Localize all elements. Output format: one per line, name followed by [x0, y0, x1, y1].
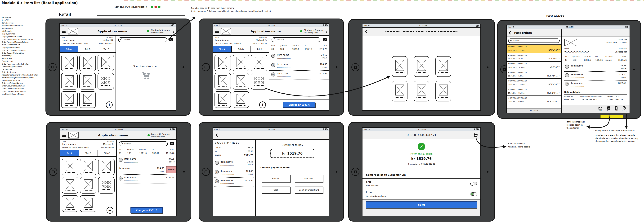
overflow-menu-icon[interactable] [326, 30, 327, 33]
orders-search-input[interactable] [513, 40, 558, 42]
cart-item-row[interactable]: 2 Item namexxxxxxxxxxxxxx 34,5520% off [269, 52, 329, 61]
orders-list-pane: #XXXXXXXXXXXXXXX 28.08.201811:20amNOK 45… [506, 37, 562, 113]
back-icon[interactable] [216, 134, 219, 137]
item-tile[interactable] [80, 195, 96, 212]
pay-ewallet-button[interactable]: eWallet [262, 175, 290, 182]
order-row[interactable]: #XXXXXXXXXXXXXXX 28.08.20189:30amNOK 456… [506, 70, 561, 79]
cart-item-row-swiped[interactable]: Item namexxxxxxxxxxxxxx 124,5520% off De… [117, 165, 176, 175]
tablet-success: iPad 07:39 PM ORDER: #444-4412-21 ✓ Paym… [348, 122, 495, 221]
cart-item-row[interactable]: 100 Item namexxxxxxxxxxxxxx 1222,55 [269, 71, 329, 80]
delete-button[interactable]: Delete [166, 166, 176, 173]
overflow-menu-icon[interactable] [173, 30, 174, 33]
item-tile[interactable] [392, 56, 408, 77]
tab-a[interactable]: Tab A [60, 150, 79, 156]
camera-scan-button[interactable] [170, 142, 174, 146]
orders-search-field[interactable] [508, 39, 560, 43]
item-tile[interactable] [436, 81, 451, 101]
tab-c[interactable]: Tab C [98, 150, 116, 156]
item-tile[interactable] [80, 73, 96, 89]
tab-a[interactable]: Tab A [213, 46, 232, 52]
item-tile[interactable] [61, 55, 78, 71]
send-button[interactable]: Send [366, 201, 477, 208]
cart-item-row[interactable]: 100 Item namexxxxxxxxxxxxxx 1222,55 [117, 175, 176, 184]
item-tile[interactable] [98, 159, 114, 175]
search-field[interactable] [118, 37, 167, 42]
cart-item-row[interactable]: 2 Item namexxxxxxxxxxxxxx 34,5520% off [117, 156, 176, 165]
item-tile[interactable] [233, 73, 249, 89]
tab-b[interactable]: Tab B [232, 46, 250, 52]
item-tile[interactable] [414, 81, 429, 101]
item-tile[interactable] [233, 91, 249, 108]
back-icon[interactable] [365, 30, 368, 33]
send-via-label: Send receipt to Customer via [366, 173, 406, 176]
cart-item-row[interactable]: 1 Item namexxxxxxxxxxxxxx 124,5520% off [269, 61, 329, 71]
home-button[interactable] [352, 168, 360, 176]
order-row[interactable]: #XXXXXXXXXXXXXXX 28.08.201810:20amNOK 45… [506, 53, 561, 62]
item-tile[interactable] [214, 55, 231, 71]
item-tile[interactable] [214, 91, 231, 108]
item-tile[interactable] [98, 55, 114, 71]
camera-scan-button[interactable] [169, 38, 174, 42]
print-receipt-button[interactable]: Print [607, 106, 610, 112]
item-group-tile[interactable] [98, 177, 114, 193]
email-toggle[interactable] [470, 192, 477, 196]
status-time: 07:39 PM [222, 25, 322, 26]
menu-icon[interactable] [62, 134, 66, 137]
item-group-tile[interactable] [251, 73, 267, 89]
pay-giftcard-button[interactable]: Gift card [295, 175, 323, 182]
feature-item: CancelOrder [2, 68, 44, 71]
order-row-selected[interactable]: #XXXXXXXXXXXXXXX 28.08.201811:20amNOK 45… [506, 45, 561, 53]
item-tile[interactable] [214, 73, 231, 89]
item-tile[interactable] [80, 91, 96, 108]
item-tile[interactable] [62, 159, 78, 175]
sms-toggle[interactable] [470, 182, 477, 185]
camera-scan-button[interactable] [322, 38, 327, 42]
tab-c[interactable]: Tab C [97, 46, 116, 52]
order-row[interactable]: #XXXXXXXXXXXXXXX 27.08.201810:00amNOK 14… [506, 87, 561, 96]
item-group-tile[interactable] [98, 73, 114, 89]
item-grid [213, 53, 269, 110]
item-tile[interactable] [62, 195, 78, 212]
item-tile[interactable] [61, 73, 78, 89]
print-icon[interactable] [473, 133, 478, 138]
search-input[interactable] [277, 39, 318, 41]
item-tile[interactable] [80, 159, 96, 175]
item-tile[interactable] [233, 55, 249, 71]
tab-a[interactable]: Tab A [60, 46, 78, 52]
menu-icon[interactable] [62, 30, 66, 33]
item-tile[interactable] [62, 177, 78, 193]
charge-button[interactable]: Charge kr 1381.6 [283, 102, 315, 108]
search-input[interactable] [124, 39, 165, 41]
home-button[interactable] [352, 63, 360, 71]
sms-number: +41-4345451 [366, 184, 379, 187]
sms-receipt-button[interactable]: SMS [615, 106, 618, 112]
search-input[interactable] [124, 143, 166, 145]
home-button[interactable] [48, 63, 56, 71]
item-tile[interactable] [392, 81, 408, 101]
home-button[interactable] [49, 168, 57, 176]
home-button[interactable] [202, 63, 210, 71]
menu-icon[interactable] [215, 30, 219, 33]
item-tile[interactable] [80, 177, 96, 193]
item-tile[interactable] [436, 56, 451, 77]
item-tile[interactable] [414, 56, 429, 77]
email-receipt-button[interactable]: Email [598, 106, 602, 112]
item-tile[interactable] [61, 91, 78, 108]
charge-button[interactable]: Charge kr 1381.6 [130, 207, 162, 213]
search-field[interactable] [119, 141, 168, 146]
tab-b[interactable]: Tab B [78, 46, 97, 52]
pay-cash-button[interactable]: Cash [262, 186, 290, 193]
tab-b[interactable]: Tab B [79, 150, 98, 156]
item-tile[interactable] [80, 55, 96, 71]
order-row[interactable]: #XXXXXXXXXXXXXXX 27.08.201811:20amNOK 45… [506, 79, 561, 87]
item-tile[interactable] [251, 55, 267, 71]
overflow-menu-icon[interactable] [174, 134, 174, 137]
tab-c[interactable]: Tab C [250, 46, 269, 52]
back-icon[interactable] [509, 31, 512, 35]
search-field[interactable] [272, 37, 320, 42]
history-button[interactable]: History [622, 106, 627, 112]
home-button[interactable] [202, 168, 210, 176]
order-row[interactable]: #XXXXXXXXXXXXXXX 27.08.20189:30amNOK 415… [506, 96, 561, 104]
pay-card-button[interactable]: Debit or Credit Card [295, 186, 323, 193]
order-row[interactable]: #XXXXXXXXXXXXXXX 28.08.201810:00amNOK 56… [506, 62, 561, 70]
